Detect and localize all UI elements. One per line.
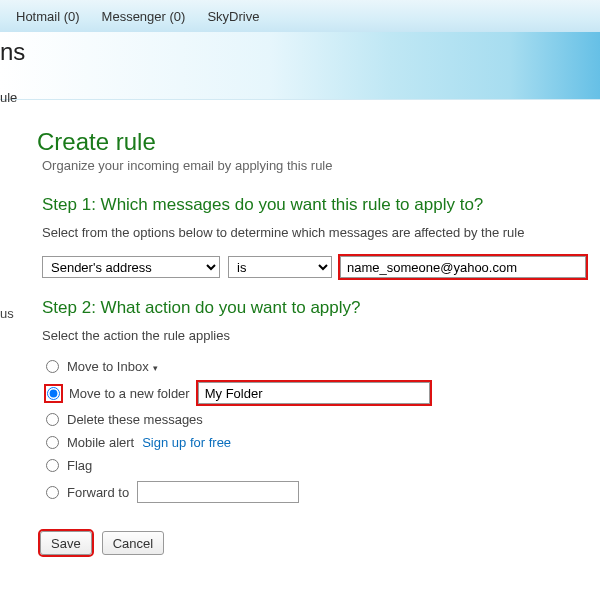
condition-row: Sender's address is [42,256,600,278]
content: Create rule Organize your incoming email… [0,100,600,555]
nav-skydrive[interactable]: SkyDrive [207,9,259,24]
action-move-inbox[interactable]: Move to Inbox ▾ [46,359,600,374]
address-input[interactable] [340,256,586,278]
header-title-fragment: ns [0,38,600,66]
action-delete[interactable]: Delete these messages [46,412,600,427]
folder-name-input[interactable] [198,382,430,404]
label-move-new-folder: Move to a new folder [69,386,190,401]
radio-flag[interactable] [46,459,59,472]
radio-delete[interactable] [46,413,59,426]
nav-hotmail[interactable]: Hotmail (0) [16,9,80,24]
signup-link[interactable]: Sign up for free [142,435,231,450]
action-flag[interactable]: Flag [46,458,600,473]
label-mobile-alert: Mobile alert [67,435,134,450]
step2-instruction: Select the action the rule applies [42,328,600,343]
radio-move-inbox[interactable] [46,360,59,373]
forward-address-input[interactable] [137,481,299,503]
button-row: Save Cancel [40,531,600,555]
radio-move-new-folder[interactable] [47,387,60,400]
action-mobile-alert: Mobile alert Sign up for free [46,435,600,450]
step2-heading: Step 2: What action do you want to apply… [42,298,600,318]
page-hint: Organize your incoming email by applying… [42,158,600,173]
radio-mobile-alert[interactable] [46,436,59,449]
nav-messenger[interactable]: Messenger (0) [102,9,186,24]
action-list: Move to Inbox ▾ Move to a new folder Del… [46,359,600,503]
caret-down-icon: ▾ [151,363,159,373]
label-forward-to: Forward to [67,485,129,500]
header-band: ns ule [0,32,600,100]
label-delete: Delete these messages [67,412,203,427]
radio-forward-to[interactable] [46,486,59,499]
label-move-inbox: Move to Inbox ▾ [67,359,158,374]
step1-heading: Step 1: Which messages do you want this … [42,195,600,215]
action-move-new-folder: Move to a new folder [46,382,600,404]
label-flag: Flag [67,458,92,473]
top-nav: Hotmail (0) Messenger (0) SkyDrive [0,0,600,32]
save-button[interactable]: Save [40,531,92,555]
field-select[interactable]: Sender's address [42,256,220,278]
action-forward-to: Forward to [46,481,600,503]
operator-select[interactable]: is [228,256,332,278]
step1-instruction: Select from the options below to determi… [42,225,600,240]
cancel-button[interactable]: Cancel [102,531,164,555]
page-title: Create rule [37,128,600,156]
